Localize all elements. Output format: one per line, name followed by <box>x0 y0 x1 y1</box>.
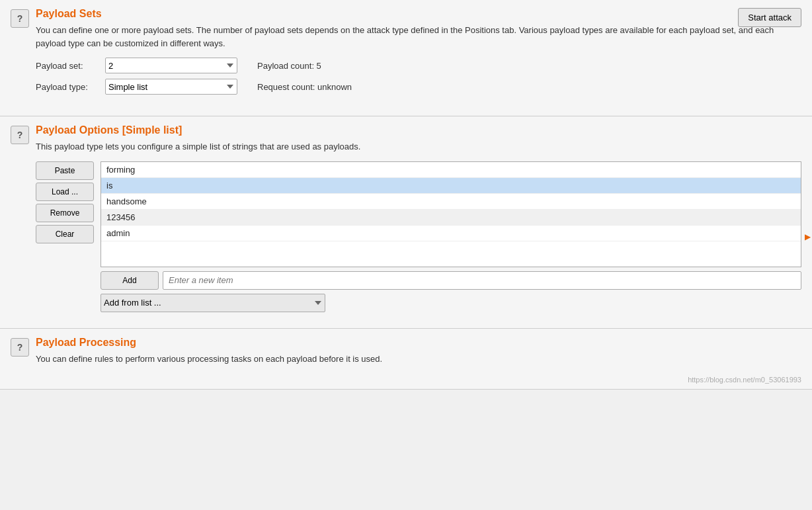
payload-options-help-icon[interactable]: ? <box>11 126 29 144</box>
main-container: Start attack ? Payload Sets You can defi… <box>0 0 812 510</box>
payload-options-layout: Paste Load ... Remove Clear forming is h… <box>36 161 801 312</box>
help-icon[interactable]: ? <box>11 9 29 28</box>
list-item[interactable]: handsome <box>101 194 801 210</box>
remove-button[interactable]: Remove <box>36 204 94 222</box>
payload-listbox[interactable]: forming is handsome 123456 admin <box>101 161 801 267</box>
list-item[interactable]: forming <box>101 162 801 178</box>
load-button[interactable]: Load ... <box>36 183 94 201</box>
payload-sets-description: You can define one or more payload sets.… <box>36 24 801 50</box>
start-attack-button[interactable]: Start attack <box>738 8 801 27</box>
payload-options-section: ? Payload Options [Simple list] This pay… <box>0 116 812 329</box>
payload-type-row: Payload type: Simple list Runtime file C… <box>36 79 801 95</box>
payload-options-header: ? Payload Options [Simple list] This pay… <box>11 124 801 312</box>
payload-processing-description: You can define rules to perform various … <box>36 353 801 366</box>
clear-button[interactable]: Clear <box>36 225 94 243</box>
payload-type-label: Payload type: <box>36 82 105 92</box>
payload-sets-title: Payload Sets <box>36 8 801 20</box>
request-count-label: Request count: unknown <box>257 82 352 92</box>
payload-set-label: Payload set: <box>36 61 105 71</box>
payload-sets-content: Payload Sets You can define one or more … <box>36 8 801 100</box>
payload-set-select[interactable]: 2 1 3 <box>105 58 237 73</box>
add-from-list-row: Add from list ... Names Passwords Fuzzin… <box>101 294 801 312</box>
payload-processing-section: ? Payload Processing You can define rule… <box>0 329 812 390</box>
scroll-right-arrow: ▶ <box>805 232 811 241</box>
add-from-list-select[interactable]: Add from list ... Names Passwords Fuzzin… <box>101 294 325 312</box>
payload-processing-header: ? Payload Processing You can define rule… <box>11 337 801 374</box>
payload-processing-title: Payload Processing <box>36 337 801 349</box>
button-column: Paste Load ... Remove Clear <box>36 161 95 243</box>
payload-processing-help-icon[interactable]: ? <box>11 338 29 357</box>
add-row: Add <box>101 271 801 290</box>
add-button[interactable]: Add <box>101 271 159 290</box>
list-item[interactable]: admin <box>101 226 801 241</box>
watermark: https://blog.csdn.net/m0_53061993 <box>688 376 801 384</box>
payload-processing-content: Payload Processing You can define rules … <box>36 337 801 374</box>
payload-options-title: Payload Options [Simple list] <box>36 124 801 136</box>
payload-type-select[interactable]: Simple list Runtime file Custom iterator… <box>105 79 237 95</box>
payload-options-description: This payload type lets you configure a s… <box>36 140 801 153</box>
list-area: forming is handsome 123456 admin ▶ Add <box>101 161 801 312</box>
list-item[interactable]: is <box>101 178 801 194</box>
payload-options-content: Payload Options [Simple list] This paylo… <box>36 124 801 312</box>
payload-set-row: Payload set: 2 1 3 Payload count: 5 <box>36 58 801 73</box>
add-item-input[interactable] <box>163 271 801 290</box>
paste-button[interactable]: Paste <box>36 161 94 180</box>
section-header: ? Payload Sets You can define one or mor… <box>11 8 801 100</box>
payload-count-label: Payload count: 5 <box>257 61 321 71</box>
payload-sets-section: Start attack ? Payload Sets You can defi… <box>0 0 812 116</box>
list-item[interactable]: 123456 <box>101 210 801 226</box>
